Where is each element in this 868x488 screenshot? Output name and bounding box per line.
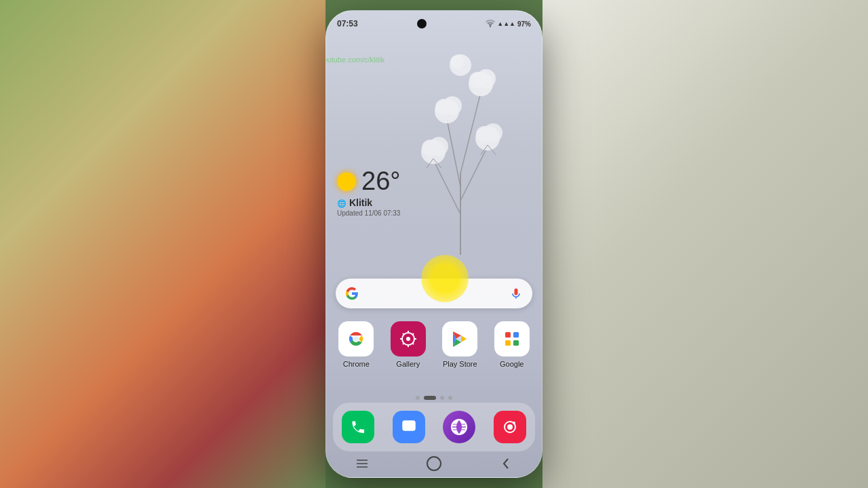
app-google[interactable]: Google	[489, 321, 536, 368]
dock	[333, 403, 535, 451]
svg-point-51	[507, 424, 513, 430]
weather-temperature: 26°	[337, 167, 400, 196]
chrome-label: Chrome	[343, 360, 370, 368]
svg-rect-41	[513, 332, 519, 338]
svg-point-10	[484, 123, 502, 142]
page-dots	[326, 396, 542, 400]
sun-icon	[337, 172, 356, 191]
svg-line-34	[403, 333, 404, 335]
dot-3[interactable]	[440, 396, 444, 400]
nav-recents[interactable]	[353, 454, 372, 473]
dot-2[interactable]	[424, 396, 436, 400]
svg-rect-42	[505, 340, 511, 346]
app-chrome[interactable]: Chrome	[333, 321, 380, 368]
svg-point-26	[353, 336, 359, 342]
google-logo-icon	[345, 287, 359, 300]
svg-point-7	[429, 137, 448, 156]
google-icon	[494, 321, 530, 357]
google-label: Google	[500, 360, 524, 368]
nav-home[interactable]	[425, 454, 443, 473]
svg-line-3	[447, 119, 460, 187]
svg-rect-40	[505, 332, 511, 338]
svg-rect-39	[500, 327, 524, 351]
temp-value: 26°	[361, 167, 400, 196]
svg-line-35	[412, 343, 414, 344]
playstore-label: Play Store	[443, 360, 477, 368]
youtube-watermark: youtube.com/c/klitik	[326, 56, 384, 64]
weather-location: 🌐 Klitik	[337, 197, 400, 208]
svg-line-2	[460, 146, 488, 201]
bg-right	[542, 0, 868, 488]
svg-line-36	[412, 333, 414, 335]
chrome-icon	[338, 321, 374, 357]
app-playstore[interactable]: Play Store	[437, 321, 484, 368]
weather-updated: Updated 11/06 07:33	[337, 209, 400, 217]
svg-point-29	[406, 337, 410, 341]
wifi-icon	[486, 20, 495, 28]
gallery-label: Gallery	[396, 360, 420, 368]
nav-back[interactable]	[496, 454, 515, 473]
camera-cutout	[417, 19, 427, 28]
battery-text: 97%	[517, 20, 531, 28]
app-grid: Chrome Gallery	[333, 321, 535, 368]
cotton-decoration	[393, 38, 528, 255]
home-circle	[427, 456, 441, 471]
app-gallery[interactable]: Gallery	[385, 321, 432, 368]
gallery-icon	[391, 321, 426, 357]
svg-point-18	[450, 55, 464, 68]
status-icons: ▲▲▲ 97%	[486, 20, 531, 28]
dock-phone[interactable]	[342, 411, 374, 443]
svg-point-16	[477, 69, 496, 88]
status-time: 07:53	[337, 19, 358, 28]
svg-line-37	[403, 343, 404, 344]
dot-1[interactable]	[416, 396, 420, 400]
dock-camera[interactable]	[494, 411, 526, 443]
nav-bar	[326, 453, 542, 477]
weather-widget[interactable]: 26° 🌐 Klitik Updated 11/06 07:33	[337, 167, 400, 217]
playstore-icon	[442, 321, 477, 357]
svg-rect-43	[513, 340, 519, 346]
svg-point-52	[513, 422, 515, 424]
signal-icon: ▲▲▲	[497, 20, 515, 27]
status-bar: 07:53 ▲▲▲ 97%	[326, 11, 542, 33]
bg-left	[0, 0, 326, 488]
dock-browser[interactable]	[443, 411, 475, 443]
microphone-icon[interactable]	[509, 287, 523, 300]
phone-frame: 07:53 ▲▲▲ 97% 26° 🌐 Klitik Updated 11	[326, 10, 542, 478]
search-bar[interactable]	[336, 279, 532, 308]
dock-messages[interactable]	[393, 411, 425, 443]
svg-point-13	[443, 96, 462, 115]
dot-4[interactable]	[448, 396, 452, 400]
